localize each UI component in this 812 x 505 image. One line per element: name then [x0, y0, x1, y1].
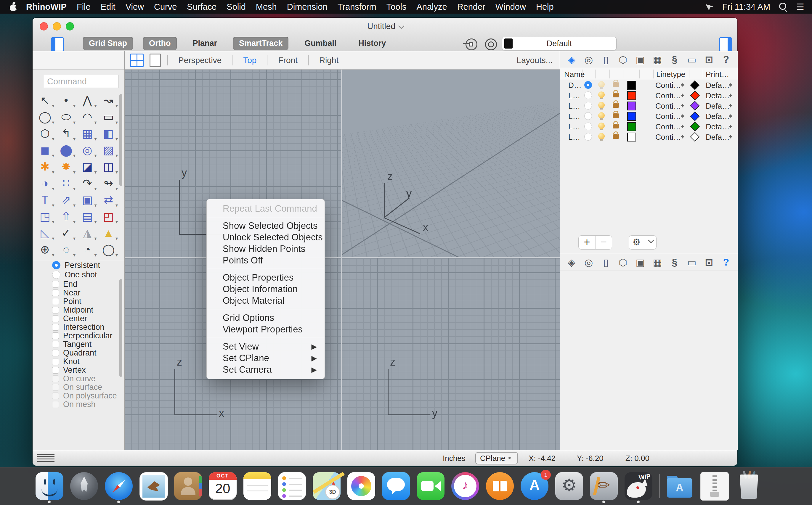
viewport-tab-1[interactable]: Top — [232, 55, 267, 65]
layer-name[interactable]: D… — [568, 81, 582, 90]
frame-icon[interactable]: ▭ — [686, 257, 697, 268]
display-icon[interactable]: ⊡ — [704, 54, 714, 65]
menu-item-unlock-selected-objects[interactable]: Unlock Selected Objects — [207, 231, 324, 243]
osnap-12[interactable]: On surface — [52, 383, 120, 392]
dock-archive-document[interactable] — [700, 472, 729, 501]
print-stepper[interactable] — [729, 92, 733, 99]
layer-linetype[interactable]: Conti… — [655, 91, 681, 100]
layer-lock-icon[interactable] — [613, 82, 619, 87]
osnap-8[interactable]: Quadrant — [52, 349, 120, 357]
toolbar-button-4[interactable]: Gumball — [298, 37, 342, 50]
left-sidebar-toggle[interactable] — [51, 37, 64, 51]
layer-visibility-bulb-icon[interactable] — [598, 133, 605, 139]
dock-maps[interactable]: 3D — [313, 472, 341, 500]
layer-color-swatch[interactable] — [627, 102, 636, 111]
linetype-stepper[interactable] — [681, 92, 685, 99]
layer-material-diamond[interactable] — [690, 122, 700, 132]
remove-layer-button[interactable]: − — [595, 235, 612, 249]
help-icon[interactable]: ? — [721, 54, 731, 65]
dock-contacts[interactable] — [174, 472, 202, 500]
tool-text[interactable]: T — [34, 191, 56, 208]
toolbar-button-1[interactable]: Ortho — [143, 37, 177, 50]
menu-item[interactable]: Transform — [337, 2, 376, 12]
object-icon[interactable]: ⬡ — [618, 54, 629, 65]
current-layer-radio[interactable] — [584, 133, 592, 141]
layer-print-width[interactable]: Defa… — [706, 122, 730, 132]
osnap-1[interactable]: Near — [52, 289, 120, 297]
print-stepper[interactable] — [729, 133, 733, 140]
linetype-stepper[interactable] — [681, 133, 685, 140]
layer-linetype[interactable]: Conti… — [655, 81, 681, 90]
layer-color-swatch[interactable] — [627, 122, 636, 131]
layer-row-3[interactable]: L… Conti… Defa… — [560, 111, 738, 121]
title-chevron-icon[interactable] — [398, 23, 405, 29]
layers-icon[interactable]: ◈ — [566, 257, 577, 268]
layer-row-4[interactable]: L… Conti… Defa… — [560, 121, 738, 132]
layer-lock-icon[interactable] — [613, 124, 619, 129]
menu-item[interactable]: Analyze — [416, 2, 447, 12]
osnap-9[interactable]: Knot — [52, 357, 120, 366]
layer-print-width[interactable]: Defa… — [706, 112, 730, 121]
commands-icon[interactable]: § — [669, 257, 680, 268]
snap-mode-persistent[interactable]: Persistent — [52, 261, 100, 270]
layer-material-diamond[interactable] — [690, 91, 700, 100]
tool-fillet[interactable]: ↰ — [56, 125, 77, 142]
display-mode-dropdown[interactable]: Default — [502, 37, 617, 50]
linetype-stepper[interactable] — [681, 81, 685, 89]
dock-messages[interactable] — [382, 472, 410, 500]
snapshot-icon[interactable]: ▣ — [635, 54, 646, 65]
hatch-icon[interactable]: ▦ — [652, 54, 663, 65]
tool-explode[interactable]: ✸ — [56, 158, 77, 175]
snap-mode-one-shot[interactable]: One shot — [52, 270, 97, 279]
tool-loft[interactable]: ◧ — [98, 125, 119, 142]
dock-trash[interactable] — [735, 472, 763, 500]
dock-app-store[interactable]: A1 — [521, 472, 548, 500]
viewport-tab-3[interactable]: Right — [308, 55, 349, 65]
tool-scale[interactable]: ⇗ — [56, 191, 77, 208]
tool-box[interactable]: ◼ — [34, 142, 56, 158]
tool-boolean[interactable]: ◳ — [34, 208, 56, 225]
layer-row-1[interactable]: L… Conti… Defa… — [560, 90, 738, 100]
command-input[interactable] — [44, 75, 118, 88]
linetype-stepper[interactable] — [681, 102, 685, 109]
menu-bar-clock[interactable]: Fri 11:34 AM — [722, 2, 770, 12]
viewport-right[interactable]: z y — [342, 258, 560, 450]
dock-finder[interactable] — [35, 472, 63, 500]
toolbar-button-5[interactable]: History — [353, 37, 392, 50]
tool-mirror[interactable]: ⇄ — [98, 191, 119, 208]
tool-point-cloud[interactable]: ∷ — [56, 175, 77, 191]
tool-array[interactable]: ▤ — [77, 208, 98, 225]
menu-item-show-hidden-points[interactable]: Show Hidden Points — [207, 243, 324, 255]
four-view-layout-icon[interactable] — [130, 53, 144, 67]
tool-rectangle[interactable]: ▭ — [98, 109, 119, 125]
status-menu-icon[interactable] — [37, 454, 54, 462]
tool-polygon[interactable]: ⬡ — [34, 125, 56, 142]
units-label[interactable]: Inches — [443, 454, 465, 463]
tool-pull[interactable]: ▲ — [98, 225, 119, 241]
tool-select[interactable]: ↖ — [34, 92, 56, 109]
tool-curve[interactable]: ↝ — [98, 92, 119, 109]
print-stepper[interactable] — [729, 102, 733, 109]
layer-name[interactable]: L… — [568, 102, 580, 111]
osnap-0[interactable]: End — [52, 280, 120, 289]
tool-shade[interactable]: ◔ — [77, 241, 98, 258]
tool-block[interactable]: ▣ — [77, 191, 98, 208]
viewport-tab-0[interactable]: Perspective — [167, 55, 232, 65]
tool-curve-edit[interactable]: ↷ — [77, 175, 98, 191]
osnap-scrollbar[interactable] — [119, 279, 122, 377]
layer-color-swatch[interactable] — [627, 91, 636, 100]
apple-menu-icon[interactable] — [9, 2, 18, 11]
layer-row-0[interactable]: D… Conti… Defa… — [560, 79, 738, 90]
menu-item[interactable]: File — [77, 2, 91, 12]
layer-material-diamond[interactable] — [690, 80, 700, 90]
tool-unroll[interactable]: ◺ — [34, 225, 56, 241]
layer-linetype[interactable]: Conti… — [655, 122, 681, 132]
notes-icon[interactable]: ▯ — [600, 257, 611, 268]
layer-linetype[interactable]: Conti… — [655, 133, 681, 142]
layer-print-width[interactable]: Defa… — [706, 102, 730, 111]
layer-name[interactable]: L… — [568, 122, 580, 132]
layer-settings-menu[interactable]: ⚙ — [629, 235, 657, 249]
dock-safari[interactable] — [105, 472, 133, 500]
tool-surface[interactable]: ▦ — [77, 125, 98, 142]
hatch-icon[interactable]: ▦ — [652, 257, 663, 268]
